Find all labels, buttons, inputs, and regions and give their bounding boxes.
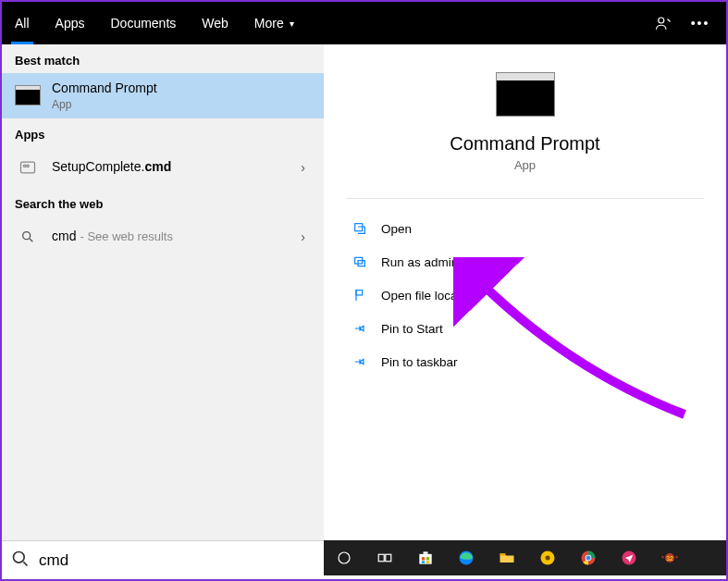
action-pin-start[interactable]: Pin to Start <box>346 314 704 343</box>
preview-title: Command Prompt <box>346 133 704 155</box>
pin-icon <box>350 321 370 336</box>
svg-point-3 <box>27 165 30 167</box>
svg-rect-15 <box>419 554 431 564</box>
preview-panel: Command Prompt App Open Run as adm <box>324 44 726 540</box>
action-pin-taskbar[interactable]: Pin to taskbar <box>346 347 704 377</box>
svg-rect-19 <box>422 561 425 563</box>
svg-rect-20 <box>426 561 429 563</box>
taskbar-app-pink[interactable] <box>609 540 649 575</box>
search-box[interactable] <box>2 540 324 579</box>
action-run-admin[interactable]: Run as administrator <box>346 247 704 277</box>
person-icon <box>655 15 672 31</box>
result-subtitle: App <box>52 98 311 111</box>
taskbar: 32 <box>324 540 726 575</box>
search-tabs: All Apps Documents Web More ▾ ••• <box>2 2 726 44</box>
taskbar-explorer[interactable] <box>487 540 527 575</box>
preview-actions: Open Run as administrator Open file loca… <box>346 214 704 377</box>
preview-subtitle: App <box>346 158 704 172</box>
chevron-right-icon: › <box>295 229 311 244</box>
web-hint: - See web results <box>80 229 172 243</box>
chrome-icon <box>579 549 598 567</box>
svg-point-10 <box>14 551 25 562</box>
svg-rect-18 <box>426 557 429 560</box>
chevron-right-icon: › <box>295 160 311 175</box>
tab-label: More <box>254 16 284 31</box>
svg-text:32: 32 <box>666 555 673 562</box>
store-icon <box>416 549 435 567</box>
preview-app-icon <box>496 72 555 117</box>
svg-rect-14 <box>386 554 391 562</box>
action-label: Open <box>381 222 412 236</box>
taskbar-store[interactable] <box>405 540 446 575</box>
section-best-match: Best match <box>2 44 324 73</box>
svg-rect-6 <box>355 224 363 231</box>
search-icon <box>11 550 30 572</box>
taskbar-edge[interactable] <box>446 540 487 575</box>
svg-rect-17 <box>422 557 425 560</box>
svg-point-4 <box>23 231 31 239</box>
action-open[interactable]: Open <box>346 214 704 243</box>
result-title: SetupComplete.cmd <box>52 159 295 175</box>
taskbar-cortana[interactable] <box>324 540 364 575</box>
action-label: Pin to taskbar <box>381 355 458 369</box>
tab-label: Web <box>202 16 228 31</box>
svg-point-12 <box>339 552 350 563</box>
search-input[interactable] <box>39 541 315 579</box>
section-apps: Apps <box>2 118 324 147</box>
svg-point-24 <box>546 556 550 561</box>
open-icon <box>350 221 370 236</box>
svg-rect-13 <box>378 554 384 562</box>
action-label: Run as administrator <box>381 255 497 269</box>
web-query: cmd <box>52 229 76 244</box>
result-command-prompt[interactable]: Command Prompt App <box>2 73 324 118</box>
svg-line-11 <box>23 562 27 565</box>
circle-app-icon <box>538 549 557 567</box>
action-label: Open file location <box>381 289 477 303</box>
tab-web[interactable]: Web <box>189 2 241 44</box>
tab-label: Documents <box>110 16 176 31</box>
pin-icon <box>350 354 370 369</box>
taskbar-app-yellow[interactable] <box>527 540 568 575</box>
svg-line-31 <box>676 556 678 558</box>
result-web-search[interactable]: cmd - See web results › <box>2 216 324 257</box>
svg-point-0 <box>659 18 664 23</box>
svg-rect-16 <box>424 551 428 554</box>
tab-label: Apps <box>56 16 85 31</box>
taskbar-taskview[interactable] <box>364 540 405 575</box>
shield-icon <box>350 254 370 269</box>
section-search-web: Search the web <box>2 188 324 216</box>
ellipsis-icon: ••• <box>691 16 710 31</box>
svg-point-27 <box>586 556 591 561</box>
action-label: Pin to Start <box>381 322 443 336</box>
folder-icon <box>498 549 516 567</box>
cmd-icon <box>15 82 41 108</box>
options-button[interactable]: ••• <box>682 2 719 44</box>
svg-rect-22 <box>500 553 506 556</box>
taskbar-app-red[interactable]: 32 <box>649 540 690 575</box>
feedback-button[interactable] <box>645 2 682 44</box>
results-panel: Best match Command Prompt App Apps <box>2 44 324 540</box>
bug-icon: 32 <box>660 549 679 567</box>
send-icon <box>620 549 638 567</box>
chevron-down-icon: ▾ <box>290 19 294 29</box>
result-title: Command Prompt <box>52 80 311 96</box>
tab-all[interactable]: All <box>2 2 43 44</box>
svg-line-5 <box>30 239 32 241</box>
svg-point-2 <box>23 165 26 167</box>
folder-icon <box>350 288 370 303</box>
script-icon <box>15 155 41 180</box>
tab-apps[interactable]: Apps <box>43 2 98 44</box>
taskbar-chrome[interactable] <box>568 540 609 575</box>
svg-line-30 <box>662 556 664 558</box>
tab-label: All <box>15 16 30 31</box>
tab-documents[interactable]: Documents <box>97 2 189 44</box>
taskview-icon <box>376 550 393 566</box>
edge-icon <box>457 549 475 567</box>
action-open-location[interactable]: Open file location <box>346 280 704 310</box>
svg-rect-9 <box>356 290 363 295</box>
circle-icon <box>336 550 352 566</box>
tab-more[interactable]: More ▾ <box>241 2 307 44</box>
result-setupcomplete[interactable]: SetupComplete.cmd › <box>2 147 324 188</box>
search-icon <box>15 224 41 250</box>
